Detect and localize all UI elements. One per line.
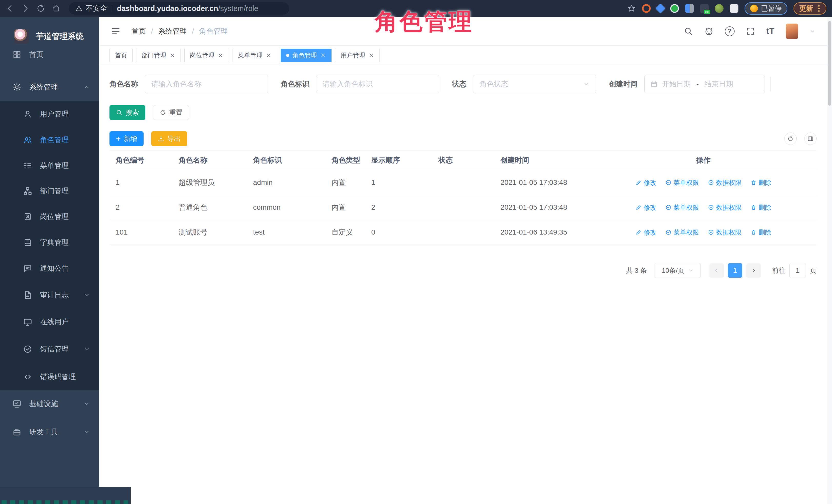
extension-icon-target[interactable] — [642, 4, 651, 13]
font-size-icon[interactable]: tT — [766, 26, 775, 36]
extension-icon-green[interactable] — [670, 4, 679, 13]
next-page-button[interactable] — [746, 263, 761, 277]
sidebar-item-home[interactable]: 首页 — [0, 42, 99, 68]
tab-users[interactable]: 用户管理 — [335, 49, 380, 62]
col-role-id: 角色编号 — [109, 155, 173, 165]
menu-permission-link[interactable]: 菜单权限 — [665, 228, 699, 237]
cell-role-id: 101 — [109, 228, 173, 236]
sidebar-fold-icon[interactable] — [110, 26, 121, 36]
form-divider — [771, 77, 771, 91]
tab-menus[interactable]: 菜单管理 — [233, 49, 277, 62]
sidebar-item-system[interactable]: 系统管理 — [0, 74, 99, 100]
date-range-picker[interactable]: 开始日期 - 结束日期 — [644, 75, 765, 93]
status-select[interactable]: 角色状态 — [473, 75, 596, 93]
sidebar-item-audit-log[interactable]: 审计日志 — [0, 282, 99, 308]
data-permission-link[interactable]: 数据权限 — [708, 203, 742, 212]
sidebar-item-online-users[interactable]: 在线用户 — [0, 309, 99, 335]
extension-icon-puzzle[interactable] — [730, 4, 738, 13]
tab-roles[interactable]: 角色管理 — [281, 49, 332, 62]
monitor-icon — [22, 317, 33, 326]
avatar[interactable] — [786, 24, 798, 39]
fullscreen-icon[interactable] — [746, 27, 755, 36]
table-settings — [784, 133, 816, 145]
back-icon[interactable] — [6, 4, 15, 13]
profile-paused-button[interactable]: 已暂停 — [745, 2, 787, 15]
cell-actions: 修改 菜单权限 数据权限 删除 — [620, 228, 816, 237]
export-button[interactable]: 导出 — [151, 131, 187, 146]
refresh-table-button[interactable] — [784, 133, 797, 145]
cell-actions: 修改 菜单权限 数据权限 删除 — [620, 203, 816, 212]
page-size-select[interactable]: 10条/页 — [655, 263, 701, 278]
table-header-row: 角色编号 角色名称 角色标识 角色类型 显示顺序 状态 创建时间 操作 — [109, 150, 816, 170]
close-icon[interactable] — [169, 52, 175, 58]
sidebar-item-dict[interactable]: 字典管理 — [0, 230, 99, 255]
sidebar-item-sms[interactable]: 短信管理 — [0, 336, 99, 362]
kebab-menu-icon[interactable] — [818, 8, 820, 9]
sidebar-item-menus[interactable]: 菜单管理 — [0, 153, 99, 179]
calendar-icon — [650, 80, 658, 88]
sidebar-item-posts[interactable]: 岗位管理 — [0, 204, 99, 230]
sidebar-item-dev-tools[interactable]: 研发工具 — [0, 419, 99, 445]
close-icon[interactable] — [320, 52, 326, 58]
extension-icon-gem[interactable] — [655, 3, 666, 14]
edit-link[interactable]: 修改 — [635, 203, 657, 212]
help-icon[interactable]: ? — [725, 26, 734, 36]
column-settings-button[interactable] — [804, 133, 816, 145]
url-host[interactable]: dashboard.yudao.iocoder.cn — [117, 4, 218, 13]
sidebar-item-departments[interactable]: 部门管理 — [0, 178, 99, 204]
search-button[interactable]: 搜索 — [109, 105, 146, 120]
page-number-1[interactable]: 1 — [728, 263, 742, 277]
menu-permission-link[interactable]: 菜单权限 — [665, 203, 699, 212]
sidebar-item-error-codes[interactable]: 错误码管理 — [0, 364, 99, 390]
tab-departments[interactable]: 部门管理 — [136, 49, 181, 62]
url-path[interactable]: /system/role — [218, 4, 258, 13]
cell-create-time: 2021-01-06 13:49:35 — [494, 228, 620, 236]
reset-button[interactable]: 重置 — [153, 105, 189, 120]
bookmark-star-icon[interactable] — [627, 4, 636, 13]
close-icon[interactable] — [368, 52, 374, 58]
edit-link[interactable]: 修改 — [635, 228, 657, 237]
forward-icon[interactable] — [21, 4, 30, 13]
breadcrumb-home[interactable]: 首页 — [132, 26, 146, 36]
sidebar-item-roles[interactable]: 角色管理 — [0, 127, 99, 153]
sidebar-item-users[interactable]: 用户管理 — [0, 101, 99, 127]
delete-link[interactable]: 删除 — [751, 179, 772, 187]
chevron-down-icon[interactable] — [809, 28, 815, 34]
github-icon[interactable] — [704, 27, 713, 36]
extension-icon-adblock[interactable] — [700, 4, 709, 13]
security-label[interactable]: 不安全 — [86, 4, 107, 13]
goto-page-input[interactable] — [789, 263, 806, 278]
tab-posts[interactable]: 岗位管理 — [184, 49, 229, 62]
prev-page-button[interactable] — [709, 263, 724, 277]
add-button[interactable]: + 新增 — [109, 131, 144, 146]
sidebar-item-notice[interactable]: 通知公告 — [0, 256, 99, 281]
roles-table: 角色编号 角色名称 角色标识 角色类型 显示顺序 状态 创建时间 操作 1 超级… — [109, 150, 816, 245]
role-name-input[interactable] — [145, 75, 268, 93]
page-scrollbar[interactable] — [827, 17, 832, 504]
annotation-role-management: 角色管理 — [375, 6, 473, 37]
extension-icon-drop[interactable] — [685, 4, 694, 13]
scrollbar-thumb[interactable] — [828, 21, 831, 106]
browser-update-button[interactable]: 更新 — [794, 2, 826, 15]
search-icon[interactable] — [684, 27, 693, 36]
role-key-input[interactable] — [316, 75, 439, 93]
sidebar-item-infrastructure[interactable]: 基础设施 — [0, 391, 99, 417]
close-icon[interactable] — [217, 52, 224, 58]
col-role-key: 角色标识 — [247, 155, 326, 165]
home-icon[interactable] — [52, 4, 60, 13]
data-permission-link[interactable]: 数据权限 — [708, 228, 742, 237]
menu-permission-link[interactable]: 菜单权限 — [665, 179, 699, 187]
reload-icon[interactable] — [36, 4, 45, 13]
edit-link[interactable]: 修改 — [635, 179, 657, 187]
url-bar[interactable]: 不安全 dashboard.yudao.iocoder.cn/system/ro… — [69, 2, 289, 15]
delete-link[interactable]: 删除 — [751, 203, 772, 212]
page-size-value: 10条/页 — [662, 266, 684, 275]
goto-page: 前往 页 — [772, 263, 816, 278]
tab-home[interactable]: 首页 — [109, 49, 133, 62]
delete-link[interactable]: 删除 — [751, 228, 772, 237]
data-permission-link[interactable]: 数据权限 — [708, 179, 742, 187]
delete-label: 删除 — [759, 203, 772, 212]
breadcrumb-system[interactable]: 系统管理 — [158, 26, 187, 36]
close-icon[interactable] — [266, 52, 272, 58]
extension-icon-monkey[interactable] — [715, 4, 724, 13]
